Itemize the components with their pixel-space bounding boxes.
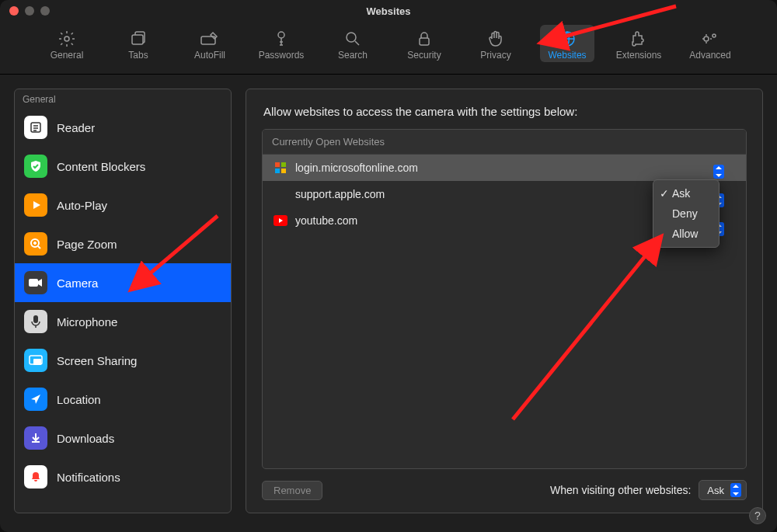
toolbar-search[interactable]: Search [326, 25, 380, 62]
sidebar-item-location[interactable]: Location [15, 380, 231, 419]
camera-icon [24, 271, 47, 294]
youtube-icon [274, 214, 287, 228]
default-permission-select[interactable]: Ask [699, 480, 747, 500]
chevron-updown-icon [730, 483, 741, 497]
toolbar-general[interactable]: General [40, 25, 94, 62]
play-icon [24, 193, 47, 217]
reader-icon [24, 116, 47, 139]
toolbar-autofill[interactable]: AutoFill [183, 25, 237, 62]
globe-icon [558, 28, 577, 50]
gears-icon [700, 28, 720, 50]
settings-detail-panel: Allow websites to access the camera with… [246, 89, 763, 513]
svg-point-7 [704, 37, 709, 41]
sidebar-label: Location [57, 393, 101, 406]
sidebar-item-microphone[interactable]: Microphone [15, 302, 231, 341]
website-domain: youtube.com [295, 214, 357, 227]
safari-preferences-window: Websites General Tabs AutoFill Password [0, 0, 777, 532]
toolbar-websites[interactable]: Websites [540, 25, 594, 62]
default-permission-label: When visiting other websites: [550, 484, 691, 496]
sidebar-label: Reader [57, 121, 95, 134]
toolbar-label: Tabs [128, 50, 148, 61]
sidebar-item-camera[interactable]: Camera [15, 263, 231, 302]
svg-point-0 [64, 37, 69, 41]
search-icon [343, 28, 362, 50]
shield-check-icon [24, 155, 47, 178]
svg-rect-11 [29, 279, 38, 287]
help-button[interactable]: ? [749, 507, 766, 524]
category-sidebar: General Reader Content Blockers Auto-Pla… [14, 89, 232, 513]
sidebar-item-auto-play[interactable]: Auto-Play [15, 186, 231, 224]
toolbar-passwords[interactable]: Passwords [254, 25, 308, 62]
website-domain: login.microsoftonline.com [295, 162, 418, 174]
toolbar-advanced[interactable]: Advanced [683, 25, 737, 62]
sidebar-item-page-zoom[interactable]: Page Zoom [15, 224, 231, 263]
puzzle-icon [629, 28, 648, 50]
sidebar-label: Downloads [57, 432, 114, 445]
panel-description: Allow websites to access the camera with… [263, 105, 745, 118]
website-row[interactable]: login.microsoftonline.com [263, 155, 746, 181]
toolbar-label: Security [407, 50, 441, 61]
svg-rect-17 [275, 169, 280, 173]
toolbar-label: Extensions [616, 50, 662, 61]
content-area: General Reader Content Blockers Auto-Pla… [0, 75, 777, 532]
sidebar-item-content-blockers[interactable]: Content Blockers [15, 147, 231, 186]
panel-footer: Remove When visiting other websites: Ask [262, 480, 747, 500]
dropdown-option-deny[interactable]: Deny [653, 203, 719, 224]
apple-icon [274, 187, 287, 201]
dropdown-option-ask[interactable]: Ask [653, 183, 719, 203]
svg-rect-1 [132, 35, 143, 44]
microphone-icon [24, 310, 47, 333]
microsoft-icon [274, 161, 287, 175]
toolbar-label: Passwords [259, 50, 305, 61]
svg-point-4 [347, 33, 356, 42]
svg-point-8 [713, 34, 716, 37]
toolbar-label: Advanced [689, 50, 730, 61]
toolbar-label: Search [338, 50, 368, 61]
permission-select-indicator[interactable] [713, 165, 724, 179]
sidebar-label: Auto-Play [57, 199, 107, 212]
key-icon [272, 28, 291, 50]
svg-rect-18 [281, 169, 286, 173]
list-section-header: Currently Open Websites [263, 130, 746, 155]
screen-sharing-icon [24, 349, 47, 372]
hand-icon [486, 28, 505, 50]
toolbar-privacy[interactable]: Privacy [469, 25, 523, 62]
permission-dropdown-menu: Ask Deny Allow [653, 179, 720, 248]
dropdown-option-allow[interactable]: Allow [653, 224, 719, 244]
svg-rect-12 [33, 315, 38, 323]
sidebar-item-notifications[interactable]: Notifications [15, 457, 231, 496]
toolbar-security[interactable]: Security [397, 25, 451, 62]
preferences-toolbar: General Tabs AutoFill Passwords Search [0, 22, 777, 75]
zoom-icon [24, 232, 47, 256]
sidebar-item-downloads[interactable]: Downloads [15, 419, 231, 457]
window-title: Websites [0, 5, 777, 17]
websites-list: Currently Open Websites login.microsofto… [262, 129, 747, 469]
toolbar-label: Privacy [480, 50, 510, 61]
default-permission-value: Ask [707, 485, 724, 496]
location-arrow-icon [24, 388, 47, 411]
gear-icon [57, 28, 76, 50]
default-permission-control: When visiting other websites: Ask [550, 480, 747, 500]
svg-point-3 [278, 32, 284, 38]
sidebar-item-screen-sharing[interactable]: Screen Sharing [15, 341, 231, 380]
sidebar-label: Content Blockers [57, 160, 145, 173]
toolbar-label: General [51, 50, 84, 61]
sidebar-label: Screen Sharing [57, 354, 137, 367]
sidebar-label: Microphone [57, 315, 117, 329]
website-domain: support.apple.com [295, 188, 385, 200]
remove-button[interactable]: Remove [262, 481, 322, 500]
lock-icon [415, 28, 434, 50]
sidebar-label: Camera [57, 276, 98, 290]
sidebar-label: Notifications [57, 471, 120, 484]
svg-rect-15 [275, 162, 280, 167]
sidebar-label: Page Zoom [57, 238, 117, 251]
svg-rect-5 [420, 38, 429, 45]
sidebar-item-reader[interactable]: Reader [15, 108, 231, 147]
toolbar-extensions[interactable]: Extensions [611, 25, 666, 62]
toolbar-tabs[interactable]: Tabs [111, 25, 166, 62]
titlebar: Websites [0, 0, 777, 22]
download-icon [24, 426, 47, 450]
pencil-rect-icon [200, 28, 220, 50]
toolbar-label: AutoFill [194, 50, 225, 61]
svg-rect-16 [281, 162, 286, 167]
